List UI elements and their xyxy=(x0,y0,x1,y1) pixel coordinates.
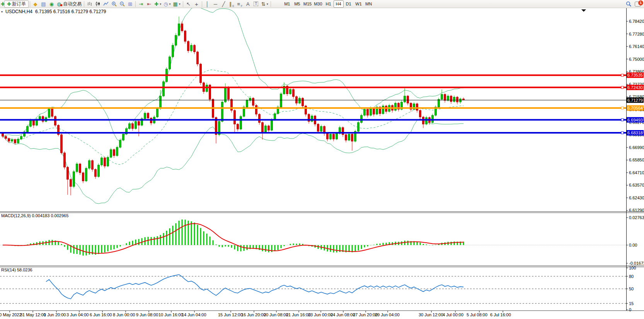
chart-canvas[interactable]: 6.784206.772806.761406.750006.738606.727… xyxy=(0,0,644,319)
new-chart-button[interactable]: ◆ xyxy=(31,0,39,8)
candle-body xyxy=(460,99,462,102)
chart-shift-button[interactable]: ⇤ xyxy=(145,0,153,8)
time-axis-label: 24 Jun 08:00 xyxy=(331,312,355,317)
bar-chart-icon xyxy=(87,1,92,7)
line-anchor-marker[interactable] xyxy=(621,86,624,89)
indicators-dropdown[interactable]: ✚▾ xyxy=(153,0,162,8)
candle-body xyxy=(305,106,307,114)
line-chart-button[interactable] xyxy=(102,0,110,8)
fibonacci-tool[interactable]: ≡F xyxy=(236,0,244,8)
text-tool[interactable]: A xyxy=(244,0,252,8)
candle-body xyxy=(138,122,140,125)
timeframe-button-M5[interactable]: M5 xyxy=(292,0,302,8)
clipped-toolbar-icon[interactable]: ✚ xyxy=(1,2,4,7)
line-anchor-marker[interactable] xyxy=(621,119,624,121)
candle-body xyxy=(234,110,236,124)
timeframe-button-H4[interactable]: H4 xyxy=(334,0,344,8)
candle-body xyxy=(432,115,434,123)
text-label-tool[interactable]: T xyxy=(252,0,260,8)
crosshair-tool-button[interactable]: + xyxy=(193,0,201,8)
price-badge-label: 6.73535 xyxy=(627,73,643,77)
price-axis-label: 6.78420 xyxy=(629,19,644,24)
templates-icon: ▦ xyxy=(173,2,178,7)
timeframe-button-MN[interactable]: MN xyxy=(364,0,374,8)
time-axis-label: 30 Jun 12:00 xyxy=(419,312,443,317)
candle-body xyxy=(320,126,322,131)
tile-windows-icon: ⊞ xyxy=(128,2,132,7)
macd-axis-label: 0.027633 xyxy=(629,215,644,220)
vertical-line-tool[interactable]: │ xyxy=(203,0,211,8)
horizontal-line-icon: ─ xyxy=(214,2,217,7)
candle-body xyxy=(95,170,97,177)
arrow-tools-dropdown[interactable]: ⇅▾ xyxy=(260,0,269,8)
candle-body xyxy=(64,153,66,167)
toolbar-right-icons: 1 xyxy=(626,1,643,7)
zoom-in-button[interactable] xyxy=(110,0,118,8)
timeframe-button-M1[interactable]: M1 xyxy=(282,0,292,8)
timeframe-button-D1[interactable]: D1 xyxy=(344,0,354,8)
search-icon[interactable] xyxy=(626,1,632,7)
fibonacci-sub-label: F xyxy=(241,5,242,7)
candle-body xyxy=(184,31,186,41)
price-badge-label: 6.72430 xyxy=(627,85,643,90)
autotrading-button[interactable]: ◍ 自动交易 xyxy=(56,0,83,8)
new-order-button[interactable]: ✚ 新订单 xyxy=(4,0,29,8)
candle-body xyxy=(181,24,183,31)
terminal-button[interactable]: ▤ xyxy=(39,0,48,8)
timeframe-group: M1M5M15M30H1H4D1W1MN xyxy=(282,0,374,8)
candle-body xyxy=(351,134,353,141)
timeframe-button-M15[interactable]: M15 xyxy=(302,0,313,8)
auto-scroll-button[interactable]: ⇥ xyxy=(137,0,145,8)
candle-body xyxy=(110,149,112,157)
notification-badge: 1 xyxy=(638,0,643,5)
chart-shift-marker[interactable] xyxy=(581,9,586,12)
timeframe-button-M30[interactable]: M30 xyxy=(313,0,323,8)
toolbar-separator xyxy=(202,1,202,7)
templates-dropdown[interactable]: ▦▾ xyxy=(172,0,182,8)
candle-body xyxy=(240,117,242,129)
signals-button[interactable]: ◉ xyxy=(48,0,56,8)
zoom-out-button[interactable] xyxy=(118,0,126,8)
candle-body xyxy=(373,108,375,114)
line-anchor-marker[interactable] xyxy=(621,74,624,76)
candle-body xyxy=(225,87,227,102)
new-order-label: 新订单 xyxy=(12,1,26,7)
time-axis-label: 5 Jul 08:00 xyxy=(467,312,487,317)
bar-chart-button[interactable] xyxy=(85,0,94,8)
horizontal-line-tool[interactable]: ─ xyxy=(211,0,220,8)
candle-body xyxy=(79,164,81,173)
signals-icon: ◉ xyxy=(49,2,54,7)
chart-expander[interactable]: ▾ xyxy=(1,10,3,14)
equidistant-channel-tool[interactable]: ∥E xyxy=(228,0,236,8)
fibonacci-icon: ≡ xyxy=(237,2,240,7)
cursor-tool-button[interactable]: ↖ xyxy=(184,0,193,8)
line-anchor-marker[interactable] xyxy=(621,132,624,134)
price-badge-label: 6.69493 xyxy=(627,118,643,122)
macd-histogram xyxy=(3,220,463,256)
notifications-icon[interactable]: 1 xyxy=(635,2,641,7)
line-anchor-marker[interactable] xyxy=(621,107,624,109)
tile-windows-button[interactable]: ⊞ xyxy=(126,0,134,8)
timeframe-button-W1[interactable]: W1 xyxy=(354,0,364,8)
candle-body xyxy=(2,134,4,136)
candle-body xyxy=(175,35,177,45)
trendline-tool[interactable]: ╱ xyxy=(220,0,228,8)
candlestick-chart-button[interactable] xyxy=(94,0,102,8)
toolbar-separator xyxy=(271,1,271,7)
price-badge-label: 6.71279 xyxy=(627,98,643,103)
candle-body xyxy=(85,168,87,181)
time-axis-label: 10 Jun 16:00 xyxy=(158,312,183,317)
price-axis-label: 6.76140 xyxy=(629,44,644,49)
chevron-down-icon: ▾ xyxy=(169,2,171,6)
candle-body xyxy=(268,126,270,130)
candle-body xyxy=(345,135,347,140)
channel-sub-label: E xyxy=(232,5,234,7)
auto-scroll-icon: ⇥ xyxy=(139,2,143,7)
price-axis-label: 6.62430 xyxy=(629,196,644,200)
candle-body xyxy=(116,147,118,156)
candle-body xyxy=(426,118,428,124)
timeframe-button-H1[interactable]: H1 xyxy=(324,0,334,8)
chart-shift-icon: ⇤ xyxy=(147,2,151,7)
bollinger-upper-band xyxy=(3,7,463,141)
periods-dropdown[interactable]: ◷▾ xyxy=(162,0,172,8)
